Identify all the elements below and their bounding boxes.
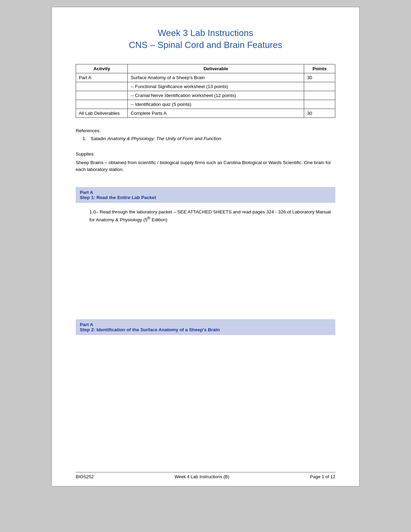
table-cell-points: 30 [304,73,335,82]
table-cell-deliverable: -- Cranial Nerve Identification workshee… [128,91,304,100]
col-header-activity: Activity [76,64,128,73]
part-a-step2-part-label: Part A [80,322,331,327]
table-cell-activity: Part A [76,73,128,82]
table-cell-deliverable: -- Identification quiz (5 points) [128,100,304,109]
footer-center: Week 4 Lab Instructions (B) [174,474,229,479]
part-a-step1-part-label: Part A [80,190,331,195]
table-cell-activity [76,100,128,109]
page-title-line2: CNS – Spinal Cord and Brain Features [76,40,335,50]
page-footer: BIOS252 Week 4 Lab Instructions (B) Page… [76,472,335,479]
table-header-row: Activity Deliverable Points [76,64,335,73]
table-row: -- Cranial Nerve Identification workshee… [76,91,335,100]
table-cell-activity [76,91,128,100]
part-a-step2-header: Part A Step 2: Identification of the Sur… [76,319,335,335]
ref-title: Anatomy & Physiology: The Unity of Form … [108,136,221,141]
ref-author: Saladin [91,136,108,141]
part-a-step1-step-label: Step 1: Read the Entire Lab Packet [80,195,331,200]
table-row: All Lab DeliverablesComplete Parts A30 [76,109,335,118]
footer-left: BIOS252 [76,474,94,479]
deliverables-table: Activity Deliverable Points Part ASurfac… [76,64,335,118]
supplies-label: Supplies: [76,151,335,157]
footer-right: Page 1 of 12 [310,474,335,479]
col-header-points: Points [304,64,335,73]
step1-text: 1.0– Read through the laboratory packet … [89,208,335,224]
references-list: 1. Saladin Anatomy & Physiology: The Uni… [76,136,335,141]
col-header-deliverable: Deliverable [128,64,304,73]
table-cell-points: 30 [304,109,335,118]
table-cell-points [304,91,335,100]
document-page: Week 3 Lab Instructions CNS – Spinal Cor… [51,7,360,486]
table-cell-deliverable: Surface Anatomy of a Sheep's Brain [128,73,304,82]
part-a-step2-step-label: Step 2: Identification of the Surface An… [80,327,331,332]
references-section: References: 1. Saladin Anatomy & Physiol… [76,128,335,141]
table-row: -- Identification quiz (5 points) [76,100,335,109]
references-label: References: [76,128,335,133]
supplies-text: Sheep Brains – obtained from scientific … [76,159,335,173]
part-a-step1-content: 1.0– Read through the laboratory packet … [89,208,335,224]
table-cell-deliverable: Complete Parts A [128,109,304,118]
part-a-step1-header: Part A Step 1: Read the Entire Lab Packe… [76,187,335,203]
reference-item: 1. Saladin Anatomy & Physiology: The Uni… [83,136,335,141]
table-cell-deliverable: -- Functional Significance worksheet (13… [128,82,304,91]
table-cell-points [304,82,335,91]
ref-number: 1. [83,136,89,141]
spacer [76,230,335,319]
page-title-line1: Week 3 Lab Instructions [76,28,335,38]
table-cell-activity [76,82,128,91]
table-row: Part ASurface Anatomy of a Sheep's Brain… [76,73,335,82]
table-row: -- Functional Significance worksheet (13… [76,82,335,91]
supplies-section: Supplies: Sheep Brains – obtained from s… [76,151,335,173]
table-cell-points [304,100,335,109]
table-cell-activity: All Lab Deliverables [76,109,128,118]
